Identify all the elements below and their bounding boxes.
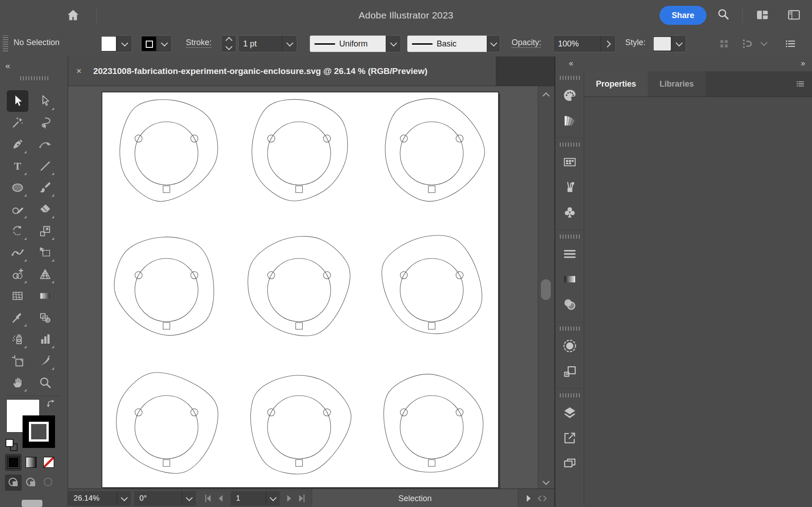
stroke-panel-panel-icon[interactable]	[562, 246, 577, 262]
artboards-panel-icon[interactable]	[562, 456, 577, 471]
tab-close-icon[interactable]: ×	[76, 66, 82, 76]
controlbar-grip[interactable]	[3, 35, 8, 51]
artboard[interactable]	[102, 92, 498, 488]
style-chevron[interactable]	[672, 36, 686, 52]
status-play-icon[interactable]	[523, 493, 535, 504]
snap-chevron[interactable]	[761, 39, 768, 46]
align-icon[interactable]	[718, 37, 730, 50]
tool-symbol-sprayer-tool[interactable]	[7, 328, 28, 350]
tool-mesh-tool[interactable]	[7, 285, 28, 307]
color-guide-panel-icon[interactable]	[562, 113, 577, 128]
tool-scale-tool[interactable]	[34, 220, 56, 242]
draw-normal-button[interactable]	[5, 475, 22, 491]
none-button[interactable]	[40, 454, 57, 471]
stroke-weight-control[interactable]: 1 pt	[238, 35, 297, 52]
dock-grip[interactable]	[560, 235, 580, 239]
next-artboard-icon[interactable]	[283, 493, 295, 504]
appearance-panel-icon[interactable]	[562, 338, 577, 354]
opacity-control[interactable]: 100%	[553, 35, 616, 52]
dock-grip[interactable]	[560, 393, 580, 397]
tab-properties[interactable]: Properties	[584, 71, 648, 97]
edit-toolbar-button[interactable]	[22, 500, 42, 507]
controlbar-options-icon[interactable]	[784, 37, 797, 50]
stroke-color-control[interactable]	[141, 35, 172, 52]
share-button[interactable]: Share	[660, 6, 706, 25]
draw-behind-button[interactable]	[23, 475, 39, 491]
profile-chevron[interactable]	[386, 36, 401, 52]
dock-grip[interactable]	[560, 76, 580, 80]
rotation-chevron[interactable]	[182, 491, 196, 506]
stroke-color-indicator[interactable]	[23, 415, 55, 448]
tool-hand-tool[interactable]	[7, 372, 28, 393]
toolbar-collapse-icon[interactable]: «	[5, 61, 11, 71]
last-artboard-icon[interactable]	[296, 493, 308, 504]
rotation-control[interactable]: 0°	[134, 491, 196, 506]
stroke-swatch[interactable]	[142, 37, 156, 51]
tool-pen-tool[interactable]	[7, 134, 28, 155]
fill-dropdown-chevron[interactable]	[117, 36, 132, 52]
tool-shaper-tool[interactable]	[7, 198, 28, 220]
tool-width-tool[interactable]	[7, 242, 28, 263]
stroke-weight-stepper[interactable]	[221, 35, 236, 52]
symbols-panel-icon[interactable]	[562, 205, 577, 220]
artboard-number-control[interactable]: 1	[231, 491, 280, 506]
tool-slice-tool[interactable]	[34, 350, 56, 372]
tool-curvature-tool[interactable]	[34, 134, 56, 155]
fill-color-control[interactable]	[100, 35, 132, 52]
style-swatch[interactable]	[654, 37, 671, 51]
draw-inside-button[interactable]	[40, 475, 57, 491]
tool-artboard-tool[interactable]	[7, 350, 28, 372]
variable-width-profile[interactable]: Uniform	[309, 35, 401, 52]
status-mode[interactable]: Selection	[312, 489, 518, 507]
canvas[interactable]	[68, 86, 554, 489]
dock-grip[interactable]	[560, 143, 580, 147]
tool-type-tool[interactable]: T	[7, 155, 28, 177]
tool-shape-builder-tool[interactable]	[7, 263, 28, 285]
tool-column-graph-tool[interactable]	[34, 328, 56, 350]
gradient-panel-panel-icon[interactable]	[562, 272, 577, 287]
workspace-layout-icon[interactable]	[754, 8, 770, 22]
color-button[interactable]	[5, 454, 22, 471]
scrollbar-thumb[interactable]	[541, 279, 551, 300]
brushes-panel-icon[interactable]	[562, 180, 577, 195]
tool-rotate-tool[interactable]	[7, 220, 28, 242]
opacity-more-chevron[interactable]	[600, 36, 615, 52]
dock-expand-icon[interactable]: »	[801, 59, 806, 68]
vertical-scrollbar[interactable]	[538, 86, 554, 489]
default-fill-stroke-icon[interactable]	[5, 439, 19, 452]
search-icon[interactable]	[716, 7, 730, 21]
stroke-weight-chevron[interactable]	[282, 36, 297, 52]
fill-swatch[interactable]	[101, 36, 116, 51]
tab-libraries[interactable]: Libraries	[648, 71, 706, 97]
brush-chevron[interactable]	[487, 36, 500, 52]
layers-panel-icon[interactable]	[562, 405, 577, 420]
brush-definition[interactable]: Basic	[407, 35, 500, 52]
tool-blend-tool[interactable]	[34, 307, 56, 328]
artboard-chevron[interactable]	[266, 491, 280, 506]
tool-magic-wand-tool[interactable]	[7, 112, 28, 134]
dock-collapse-icon[interactable]: «	[569, 59, 574, 68]
swatches-panel-icon[interactable]	[562, 154, 577, 170]
previous-artboard-icon[interactable]	[215, 493, 226, 504]
stroke-dropdown-chevron[interactable]	[157, 36, 171, 52]
scroll-down-icon[interactable]	[543, 478, 550, 485]
tool-perspective-grid-tool[interactable]	[34, 263, 56, 285]
tool-free-transform-tool[interactable]	[34, 242, 56, 263]
workspace-window-icon[interactable]	[786, 8, 802, 22]
asset-export-panel-icon[interactable]	[562, 430, 577, 446]
tool-paintbrush-tool[interactable]	[34, 177, 56, 198]
style-control[interactable]	[652, 35, 686, 52]
snap-options-icon[interactable]	[741, 37, 754, 50]
swap-fill-stroke-icon[interactable]	[45, 398, 58, 411]
color-panel-icon[interactable]	[562, 88, 577, 103]
tool-gradient-tool[interactable]	[34, 285, 56, 307]
scroll-up-icon[interactable]	[543, 92, 550, 100]
dock-grip[interactable]	[560, 327, 580, 331]
tool-direct-selection-tool[interactable]	[34, 90, 56, 112]
document-tab[interactable]: × 20231008-fabrication-experiment-organi…	[68, 56, 496, 86]
gradient-button[interactable]	[23, 454, 39, 471]
tool-eyedropper-tool[interactable]	[7, 307, 28, 328]
transparency-panel-icon[interactable]	[562, 297, 577, 312]
tool-eraser-tool[interactable]	[34, 198, 56, 220]
zoom-control[interactable]: 26.14%	[68, 491, 131, 506]
